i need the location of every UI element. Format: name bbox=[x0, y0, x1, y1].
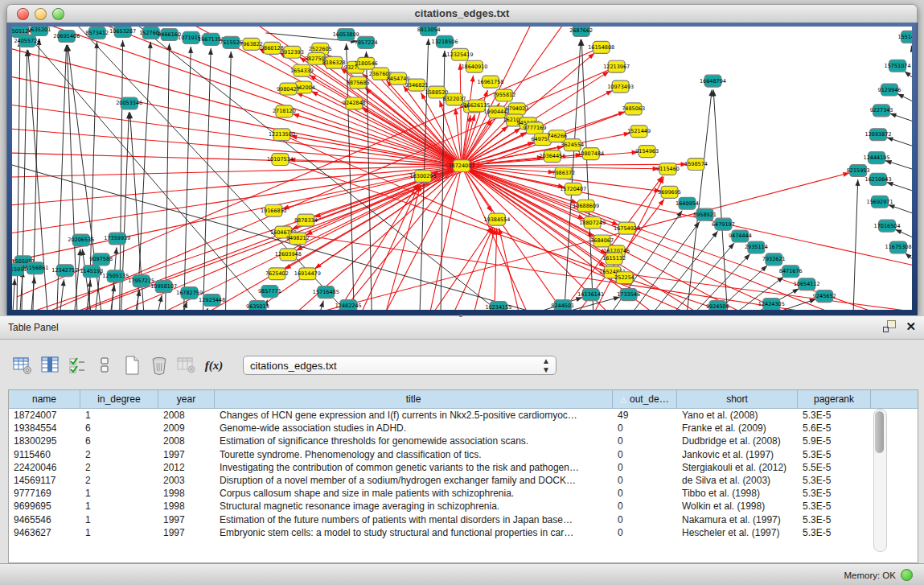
table-body: 1872400712008Changes of HCN gene express… bbox=[9, 409, 918, 539]
memory-ok-indicator[interactable] bbox=[901, 569, 913, 581]
column-header-in_degree[interactable]: in_degree bbox=[80, 390, 158, 408]
graph-edge[interactable] bbox=[12, 129, 462, 166]
graph-edge[interactable] bbox=[33, 166, 462, 310]
table-cell: Franke et al. (2009) bbox=[677, 422, 798, 434]
table-cell: Dudbridge et al. (2008) bbox=[677, 435, 798, 447]
graph-edge[interactable] bbox=[314, 166, 462, 217]
table-row[interactable]: 946362711997Embryonic stem cells: a mode… bbox=[9, 526, 918, 539]
table-selector-dropdown[interactable]: citations_edges.txt ▲▼ bbox=[243, 356, 556, 375]
graph-edge[interactable] bbox=[853, 179, 858, 310]
graph-edge[interactable] bbox=[203, 48, 211, 310]
merge-rows-icon[interactable] bbox=[92, 352, 117, 378]
table-cell: 0 bbox=[613, 435, 677, 447]
graph-edge[interactable] bbox=[311, 91, 462, 166]
table-row[interactable]: 2242004622012Investigating the contribut… bbox=[9, 461, 918, 474]
splitter-grip[interactable]: ▲ bbox=[455, 313, 466, 318]
edge-arrowhead bbox=[470, 114, 475, 121]
graph-edge[interactable] bbox=[434, 227, 492, 310]
delete-trash-icon[interactable] bbox=[146, 352, 172, 378]
column-header-name[interactable]: name bbox=[9, 390, 80, 408]
edge-arrowhead bbox=[676, 211, 682, 217]
graph-node-label: 20691406 bbox=[53, 33, 80, 39]
graph-node-label: 12325419 bbox=[447, 51, 474, 58]
table-row[interactable]: 1830029562008Estimation of significance … bbox=[9, 435, 918, 447]
graph-node-label: 15692971 bbox=[867, 199, 893, 205]
table-row[interactable]: 1456911722003Disruption of a novel membe… bbox=[9, 474, 918, 487]
graph-node-label: 5875685 bbox=[347, 80, 370, 86]
table-settings-icon[interactable] bbox=[10, 352, 35, 378]
table-row[interactable]: 911546021997Tourette syndrome. Phenomeno… bbox=[9, 448, 918, 461]
table-row[interactable]: 977716911998Corpus callosum shape and si… bbox=[9, 487, 918, 500]
graph-node-label: 9777169 bbox=[523, 125, 546, 131]
select-all-icon[interactable] bbox=[64, 352, 90, 378]
select-columns-icon[interactable] bbox=[37, 352, 63, 378]
sort-ascending-icon: △ bbox=[620, 395, 626, 404]
table-panel-title: Table Panel bbox=[8, 322, 59, 333]
graph-node-label: 16648794 bbox=[700, 78, 726, 84]
graph-node-label: 16754928 bbox=[614, 225, 640, 232]
edge-arrowhead bbox=[319, 301, 324, 307]
graph-node-label: 16154808 bbox=[588, 44, 614, 51]
edge-arrowhead bbox=[855, 179, 860, 186]
graph-edge[interactable] bbox=[226, 51, 232, 310]
edge-arrowhead bbox=[113, 247, 118, 253]
graph-edge[interactable] bbox=[120, 40, 123, 310]
graph-node-label: 11156861 bbox=[22, 265, 48, 271]
table-row[interactable]: 1938455462009Genome-wide association stu… bbox=[9, 422, 918, 435]
column-header-year[interactable]: year bbox=[158, 390, 215, 408]
table-cell: 1998 bbox=[158, 488, 215, 499]
graph-node-label: 18807249 bbox=[579, 220, 606, 226]
table-cell: 0 bbox=[613, 488, 677, 499]
table-cell: 0 bbox=[613, 527, 677, 538]
graph-edge[interactable] bbox=[462, 164, 687, 166]
table-cell: 0 bbox=[613, 514, 677, 525]
graph-edge[interactable] bbox=[462, 114, 474, 166]
table-cell: 1997 bbox=[158, 514, 215, 525]
graph-edge[interactable] bbox=[12, 153, 462, 166]
column-header-pagerank[interactable]: pagerank bbox=[798, 390, 871, 408]
graph-node-label: 16053809 bbox=[333, 31, 359, 38]
table-cell: 5.3E-5 bbox=[798, 475, 871, 486]
graph-node-label: 7857224 bbox=[355, 39, 378, 46]
network-canvas[interactable]: 1872400718300295193845547963822986012889… bbox=[12, 27, 912, 310]
graph-node-label: 12213500 bbox=[269, 131, 295, 138]
node-table-container: namein_degreeyeartitle△out_de…shortpager… bbox=[8, 389, 918, 563]
column-header-short[interactable]: short bbox=[677, 390, 798, 408]
close-panel-icon[interactable]: ✕ bbox=[906, 320, 916, 332]
graph-edge[interactable] bbox=[454, 228, 493, 310]
graph-edge[interactable] bbox=[12, 49, 462, 166]
edge-arrowhead bbox=[314, 263, 321, 269]
graph-edge[interactable] bbox=[184, 47, 191, 310]
table-cell: Embryonic stem cells: a model to study s… bbox=[215, 527, 613, 538]
graph-edge[interactable] bbox=[12, 77, 462, 166]
table-cell: 9115460 bbox=[9, 449, 80, 460]
column-header-title[interactable]: title bbox=[215, 390, 613, 408]
table-cell: Estimation of the future numbers of pati… bbox=[215, 514, 613, 525]
edge-arrowhead bbox=[121, 40, 125, 47]
graph-node-label: 746266 bbox=[547, 133, 567, 139]
table-cell: Yano et al. (2008) bbox=[677, 410, 798, 421]
table-row[interactable]: 946554611997Estimation of the future num… bbox=[9, 513, 918, 526]
scrollbar-thumb[interactable] bbox=[875, 411, 884, 453]
new-document-icon[interactable] bbox=[119, 352, 145, 378]
graph-edge[interactable] bbox=[713, 90, 727, 310]
graph-edge[interactable] bbox=[166, 43, 170, 310]
dropdown-arrows-icon: ▲▼ bbox=[542, 356, 549, 374]
column-header-out_degree[interactable]: △out_de… bbox=[613, 390, 677, 408]
vertical-scrollbar[interactable] bbox=[873, 409, 887, 552]
table-row[interactable]: 969969511998Structural magnetic resonanc… bbox=[9, 500, 918, 513]
float-panel-icon[interactable] bbox=[883, 320, 896, 332]
window-titlebar[interactable]: citations_edges.txt bbox=[6, 4, 918, 23]
table-cell: Jankovic et al. (1997) bbox=[677, 449, 798, 460]
graph-node-label: 12444195 bbox=[864, 154, 890, 161]
table-cell: 18300295 bbox=[9, 435, 80, 447]
graph-node-label: 15720407 bbox=[560, 186, 586, 192]
table-row[interactable]: 1872400712008Changes of HCN gene express… bbox=[9, 409, 918, 422]
edge-arrowhead bbox=[158, 295, 163, 302]
table-cell: Hescheler et al. (1997) bbox=[677, 527, 798, 538]
table-cell: Stergiakouli et al. (2012) bbox=[677, 462, 798, 473]
graph-edge[interactable] bbox=[430, 166, 462, 310]
edge-arrowhead bbox=[364, 51, 369, 58]
function-builder-icon[interactable]: f(x) bbox=[201, 352, 227, 378]
graph-node-label: 8322037 bbox=[443, 96, 466, 102]
